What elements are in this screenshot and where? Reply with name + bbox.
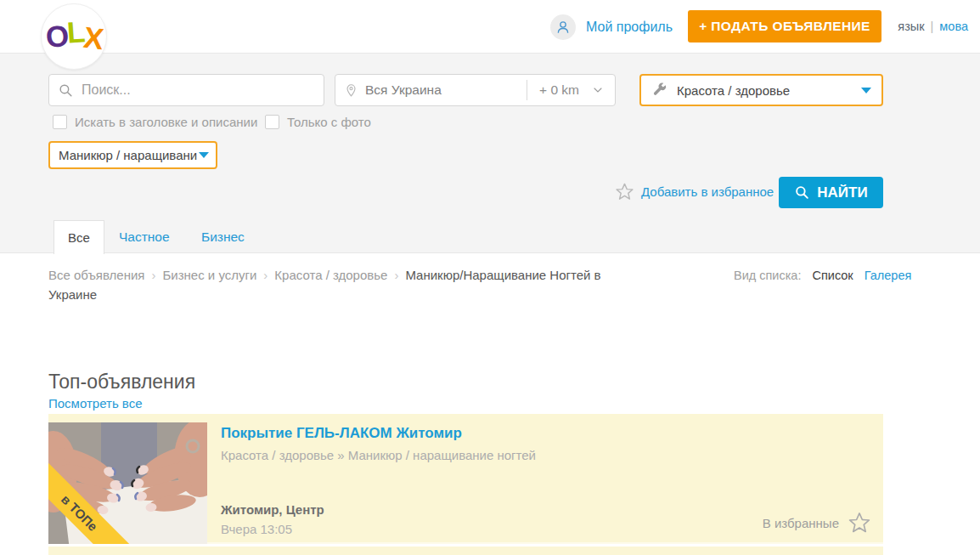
tab-business[interactable]: Бизнес: [201, 220, 245, 254]
language-switcher: язык | мова: [898, 20, 968, 33]
add-search-to-favorites[interactable]: Добавить в избранное: [615, 182, 774, 201]
caret-down-icon: [861, 88, 871, 93]
next-listing-card-edge: [48, 547, 883, 555]
find-button[interactable]: НАЙТИ: [779, 177, 883, 208]
search-icon: [58, 82, 74, 99]
language-separator: |: [931, 20, 934, 33]
language-ru-link[interactable]: язык: [898, 20, 924, 33]
chevron-down-icon[interactable]: [591, 83, 606, 97]
search-filters-section: + 0 km Красота / здоровье Искать в загол…: [0, 54, 980, 253]
profile-label: Мой профиль: [586, 20, 673, 35]
star-icon: [615, 182, 634, 201]
favorite-label: В избранные: [763, 516, 839, 530]
category-dropdown[interactable]: Красота / здоровье: [639, 74, 883, 106]
star-icon: [848, 511, 871, 535]
listing-posted-time: Вчера 13:05: [221, 522, 292, 536]
view-mode-switcher: Вид списка: Список Галерея: [734, 269, 911, 282]
find-button-label: НАЙТИ: [817, 184, 867, 201]
listing-card[interactable]: в ТОПе Покрытие ГЕЛЬ-ЛАКОМ Житомир Красо…: [48, 414, 883, 544]
location-input[interactable]: [365, 82, 501, 98]
checkbox-label: Искать в заголовке и описании: [75, 115, 257, 129]
breadcrumb-separator: ›: [151, 268, 155, 282]
checkbox-only-with-photo[interactable]: Только с фото: [265, 115, 371, 129]
caret-down-icon: [199, 152, 209, 158]
view-mode-list[interactable]: Список: [812, 269, 853, 282]
listing-category-path: Красота / здоровье » Маникюр / наращиван…: [221, 448, 536, 462]
wrench-icon: [651, 82, 668, 99]
checkbox-label: Только с фото: [287, 115, 371, 129]
olx-logo[interactable]: O L X: [41, 3, 107, 70]
location-field-box: + 0 km: [335, 74, 616, 106]
listing-photo[interactable]: в ТОПе: [48, 422, 207, 544]
search-field-box: [48, 74, 324, 106]
checkbox-box[interactable]: [265, 115, 279, 129]
location-pin-icon: [344, 82, 358, 99]
post-ad-button[interactable]: + ПОДАТЬ ОБЪЯВЛЕНИЕ: [688, 10, 881, 42]
subcategory-value: Маникюр / наращивани: [59, 148, 197, 162]
breadcrumb-item[interactable]: Все объявления: [48, 268, 144, 282]
search-input[interactable]: [82, 82, 315, 98]
breadcrumb-item[interactable]: Красота / здоровье: [274, 268, 387, 282]
distance-value[interactable]: + 0 km: [534, 82, 584, 98]
divider: [527, 80, 527, 100]
tab-all[interactable]: Все: [54, 220, 104, 254]
listing-location: Житомир, Центр: [221, 502, 324, 517]
olx-search-page: Мой профиль + ПОДАТЬ ОБЪЯВЛЕНИЕ язык | м…: [0, 0, 980, 555]
profile-button[interactable]: Мой профиль: [550, 14, 673, 41]
tab-private[interactable]: Частное: [119, 220, 170, 254]
breadcrumb-separator: ›: [263, 268, 268, 282]
breadcrumb-separator: ›: [394, 268, 398, 282]
category-value: Красота / здоровье: [677, 83, 790, 98]
add-favorites-label: Добавить в избранное: [641, 184, 774, 199]
checkbox-box[interactable]: [53, 115, 67, 129]
checkbox-search-in-description[interactable]: Искать в заголовке и описании: [53, 115, 257, 129]
user-icon: [550, 14, 576, 40]
breadcrumb: Все объявления›Бизнес и услуги›Красота /…: [48, 265, 634, 304]
nails-photo-image: [48, 422, 207, 544]
logo-letter-o: O: [44, 19, 69, 54]
see-all-link[interactable]: Посмотреть все: [48, 396, 143, 411]
subcategory-dropdown[interactable]: Маникюр / наращивани: [48, 141, 217, 169]
view-mode-label: Вид списка:: [734, 269, 801, 282]
logo-letter-x: X: [82, 20, 104, 56]
add-listing-to-favorites[interactable]: В избранные: [763, 511, 871, 535]
search-icon: [794, 184, 810, 201]
view-mode-gallery[interactable]: Галерея: [865, 269, 912, 282]
breadcrumb-item[interactable]: Бизнес и услуги: [162, 268, 256, 282]
top-ads-title: Топ-объявления: [48, 371, 195, 394]
header: Мой профиль + ПОДАТЬ ОБЪЯВЛЕНИЕ язык | м…: [0, 0, 980, 54]
language-ua-link[interactable]: мова: [939, 20, 968, 33]
listing-title-link[interactable]: Покрытие ГЕЛЬ-ЛАКОМ Житомир: [221, 425, 462, 442]
